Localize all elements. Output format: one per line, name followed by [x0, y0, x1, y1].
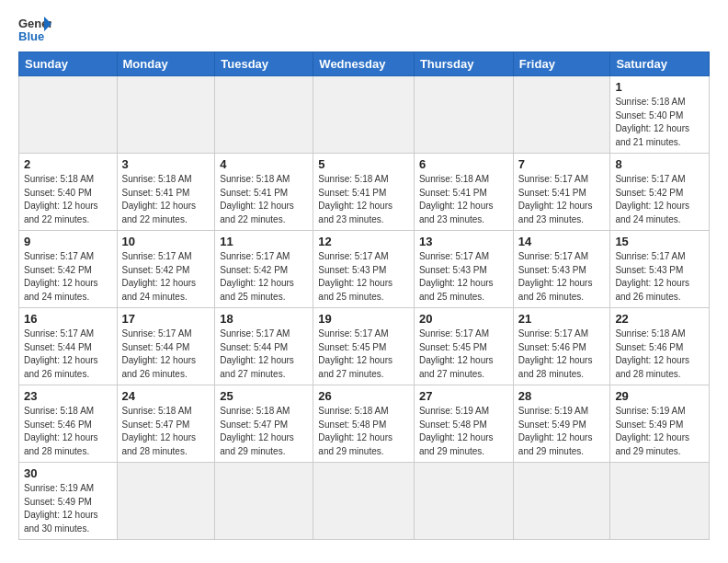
- day-number: 26: [318, 389, 409, 403]
- day-number: 30: [24, 466, 112, 480]
- day-number: 5: [318, 157, 409, 171]
- calendar-cell: 23Sunrise: 5:18 AM Sunset: 5:46 PM Dayli…: [19, 385, 118, 463]
- day-number: 3: [122, 157, 210, 171]
- day-info: Sunrise: 5:18 AM Sunset: 5:46 PM Dayligh…: [24, 405, 112, 458]
- day-info: Sunrise: 5:17 AM Sunset: 5:45 PM Dayligh…: [419, 327, 508, 381]
- calendar-cell: [610, 463, 710, 540]
- day-info: Sunrise: 5:17 AM Sunset: 5:44 PM Dayligh…: [122, 327, 210, 381]
- calendar-cell: [215, 463, 313, 540]
- calendar-cell: 22Sunrise: 5:18 AM Sunset: 5:46 PM Dayli…: [610, 308, 710, 385]
- calendar-cell: 9Sunrise: 5:17 AM Sunset: 5:42 PM Daylig…: [19, 231, 118, 308]
- day-info: Sunrise: 5:18 AM Sunset: 5:41 PM Dayligh…: [122, 173, 210, 226]
- day-number: 24: [122, 389, 210, 403]
- calendar-cell: 1Sunrise: 5:18 AM Sunset: 5:40 PM Daylig…: [610, 76, 710, 154]
- day-info: Sunrise: 5:17 AM Sunset: 5:43 PM Dayligh…: [518, 250, 606, 304]
- day-info: Sunrise: 5:17 AM Sunset: 5:42 PM Dayligh…: [24, 250, 112, 304]
- day-info: Sunrise: 5:17 AM Sunset: 5:46 PM Dayligh…: [518, 327, 606, 381]
- calendar-cell: [414, 76, 513, 154]
- calendar-cell: 20Sunrise: 5:17 AM Sunset: 5:45 PM Dayli…: [414, 308, 513, 385]
- day-info: Sunrise: 5:18 AM Sunset: 5:47 PM Dayligh…: [122, 405, 210, 458]
- calendar-cell: 24Sunrise: 5:18 AM Sunset: 5:47 PM Dayli…: [117, 385, 215, 463]
- day-info: Sunrise: 5:17 AM Sunset: 5:44 PM Dayligh…: [24, 327, 112, 381]
- calendar-cell: 17Sunrise: 5:17 AM Sunset: 5:44 PM Dayli…: [117, 308, 215, 385]
- svg-text:Blue: Blue: [18, 29, 44, 42]
- calendar-cell: [117, 463, 215, 540]
- calendar-cell: 19Sunrise: 5:17 AM Sunset: 5:45 PM Dayli…: [313, 308, 415, 385]
- day-info: Sunrise: 5:17 AM Sunset: 5:43 PM Dayligh…: [419, 250, 508, 304]
- calendar-header-wednesday: Wednesday: [313, 52, 415, 76]
- calendar-cell: 27Sunrise: 5:19 AM Sunset: 5:48 PM Dayli…: [414, 385, 513, 463]
- day-number: 17: [122, 312, 210, 326]
- calendar-cell: [313, 76, 415, 154]
- day-info: Sunrise: 5:17 AM Sunset: 5:44 PM Dayligh…: [220, 327, 308, 381]
- day-number: 29: [615, 389, 704, 403]
- day-number: 20: [419, 312, 508, 326]
- calendar-cell: 15Sunrise: 5:17 AM Sunset: 5:43 PM Dayli…: [610, 231, 710, 308]
- calendar-cell: [313, 463, 415, 540]
- calendar-cell: [19, 76, 118, 154]
- day-info: Sunrise: 5:17 AM Sunset: 5:45 PM Dayligh…: [318, 327, 409, 381]
- calendar-cell: [117, 76, 215, 154]
- calendar-cell: 18Sunrise: 5:17 AM Sunset: 5:44 PM Dayli…: [215, 308, 313, 385]
- calendar-cell: 30Sunrise: 5:19 AM Sunset: 5:49 PM Dayli…: [19, 463, 118, 540]
- calendar-cell: 2Sunrise: 5:18 AM Sunset: 5:40 PM Daylig…: [19, 154, 118, 231]
- calendar-header-row: SundayMondayTuesdayWednesdayThursdayFrid…: [19, 52, 710, 76]
- calendar-cell: 29Sunrise: 5:19 AM Sunset: 5:49 PM Dayli…: [610, 385, 710, 463]
- day-number: 28: [518, 389, 606, 403]
- day-info: Sunrise: 5:18 AM Sunset: 5:47 PM Dayligh…: [220, 405, 308, 458]
- day-number: 21: [518, 312, 606, 326]
- calendar-cell: 14Sunrise: 5:17 AM Sunset: 5:43 PM Dayli…: [513, 231, 610, 308]
- day-info: Sunrise: 5:19 AM Sunset: 5:48 PM Dayligh…: [419, 405, 508, 458]
- logo: General Blue: [18, 15, 51, 42]
- day-number: 27: [419, 389, 508, 403]
- calendar-cell: 12Sunrise: 5:17 AM Sunset: 5:43 PM Dayli…: [313, 231, 415, 308]
- calendar-header-monday: Monday: [117, 52, 215, 76]
- day-info: Sunrise: 5:19 AM Sunset: 5:49 PM Dayligh…: [518, 405, 606, 458]
- day-number: 9: [24, 235, 112, 248]
- day-number: 25: [220, 389, 308, 403]
- day-info: Sunrise: 5:19 AM Sunset: 5:49 PM Dayligh…: [615, 405, 704, 458]
- day-info: Sunrise: 5:17 AM Sunset: 5:43 PM Dayligh…: [318, 250, 409, 304]
- day-number: 1: [615, 80, 704, 94]
- calendar-cell: 10Sunrise: 5:17 AM Sunset: 5:42 PM Dayli…: [117, 231, 215, 308]
- day-info: Sunrise: 5:17 AM Sunset: 5:43 PM Dayligh…: [615, 250, 704, 304]
- calendar-week-6: 30Sunrise: 5:19 AM Sunset: 5:49 PM Dayli…: [19, 463, 710, 540]
- day-number: 14: [518, 235, 606, 248]
- day-number: 4: [220, 157, 308, 171]
- calendar-table: SundayMondayTuesdayWednesdayThursdayFrid…: [18, 52, 710, 540]
- calendar-cell: 3Sunrise: 5:18 AM Sunset: 5:41 PM Daylig…: [117, 154, 215, 231]
- day-info: Sunrise: 5:17 AM Sunset: 5:42 PM Dayligh…: [615, 173, 704, 226]
- day-info: Sunrise: 5:17 AM Sunset: 5:42 PM Dayligh…: [122, 250, 210, 304]
- day-number: 7: [518, 157, 606, 171]
- day-info: Sunrise: 5:17 AM Sunset: 5:41 PM Dayligh…: [518, 173, 606, 226]
- day-number: 19: [318, 312, 409, 326]
- calendar-header-friday: Friday: [513, 52, 610, 76]
- day-number: 22: [615, 312, 704, 326]
- day-number: 13: [419, 235, 508, 248]
- day-info: Sunrise: 5:18 AM Sunset: 5:48 PM Dayligh…: [318, 405, 409, 458]
- day-number: 23: [24, 389, 112, 403]
- calendar-week-4: 16Sunrise: 5:17 AM Sunset: 5:44 PM Dayli…: [19, 308, 710, 385]
- calendar-cell: [215, 76, 313, 154]
- calendar-header-saturday: Saturday: [610, 52, 710, 76]
- calendar-cell: 7Sunrise: 5:17 AM Sunset: 5:41 PM Daylig…: [513, 154, 610, 231]
- day-info: Sunrise: 5:18 AM Sunset: 5:41 PM Dayligh…: [419, 173, 508, 226]
- calendar-cell: 8Sunrise: 5:17 AM Sunset: 5:42 PM Daylig…: [610, 154, 710, 231]
- calendar-week-2: 2Sunrise: 5:18 AM Sunset: 5:40 PM Daylig…: [19, 154, 710, 231]
- day-number: 16: [24, 312, 112, 326]
- calendar-cell: 5Sunrise: 5:18 AM Sunset: 5:41 PM Daylig…: [313, 154, 415, 231]
- day-info: Sunrise: 5:18 AM Sunset: 5:46 PM Dayligh…: [615, 327, 704, 381]
- generalblue-logo-icon: General Blue: [18, 15, 51, 42]
- day-number: 8: [615, 157, 704, 171]
- calendar-cell: [513, 76, 610, 154]
- day-number: 15: [615, 235, 704, 248]
- calendar-cell: 4Sunrise: 5:18 AM Sunset: 5:41 PM Daylig…: [215, 154, 313, 231]
- calendar-cell: 25Sunrise: 5:18 AM Sunset: 5:47 PM Dayli…: [215, 385, 313, 463]
- calendar-cell: 28Sunrise: 5:19 AM Sunset: 5:49 PM Dayli…: [513, 385, 610, 463]
- day-info: Sunrise: 5:19 AM Sunset: 5:49 PM Dayligh…: [24, 482, 112, 535]
- calendar-cell: [414, 463, 513, 540]
- calendar-cell: 26Sunrise: 5:18 AM Sunset: 5:48 PM Dayli…: [313, 385, 415, 463]
- day-info: Sunrise: 5:18 AM Sunset: 5:41 PM Dayligh…: [318, 173, 409, 226]
- calendar-week-5: 23Sunrise: 5:18 AM Sunset: 5:46 PM Dayli…: [19, 385, 710, 463]
- header: General Blue: [18, 15, 710, 42]
